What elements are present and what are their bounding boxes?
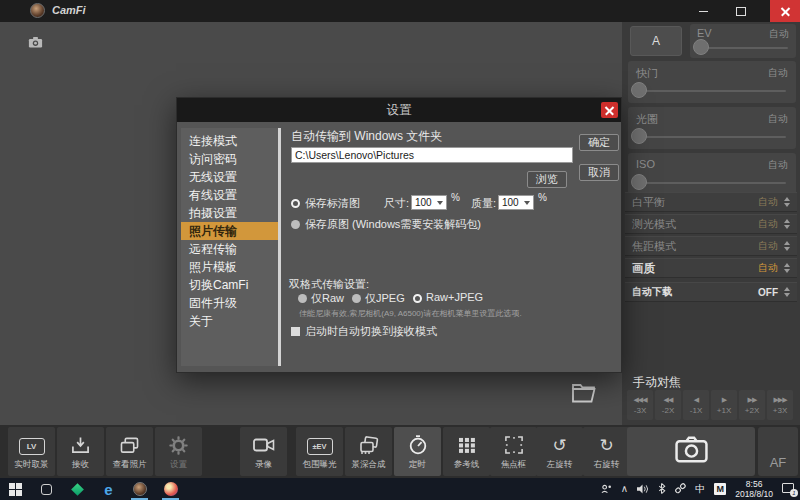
mode-button[interactable]: A: [630, 26, 682, 56]
browse-button[interactable]: 浏览: [527, 171, 567, 188]
raw-jpeg-radio[interactable]: [413, 294, 422, 303]
settings-button[interactable]: 设置: [155, 427, 202, 476]
focus-minus-2x-button[interactable]: ◀◀ -2X: [655, 390, 681, 420]
quality-select[interactable]: 100: [498, 195, 534, 210]
taskbar-clock[interactable]: 8:56 2018/8/10: [735, 479, 773, 499]
shutter-slider-knob[interactable]: [631, 82, 647, 98]
sidebar-item-switch-camfi[interactable]: 切换CamFi: [181, 276, 281, 294]
focus-plus-1x-button[interactable]: ▶ +1X: [711, 390, 737, 420]
folder-path-input[interactable]: [291, 147, 573, 163]
sidebar-item-wired-settings[interactable]: 有线设置: [181, 186, 281, 204]
dialog-header[interactable]: 设置: [177, 98, 621, 122]
size-select[interactable]: 100: [411, 195, 447, 210]
aperture-slider-knob[interactable]: [631, 128, 647, 144]
dialog-content: 自动传输到 Windows 文件夹 确定 取消 浏览 保存标清图 尺寸: 100…: [289, 128, 617, 366]
iso-slider-group: ISO 自动: [628, 153, 796, 195]
metering-mode-select[interactable]: 测光模式 自动: [625, 214, 797, 234]
maximize-button[interactable]: [724, 0, 758, 22]
shutter-release-button[interactable]: [627, 427, 755, 476]
focus-mode-label: 焦距模式: [632, 239, 758, 254]
iso-slider-track[interactable]: [638, 182, 786, 184]
exposure-bracketing-button[interactable]: ±EV 包围曝光: [296, 427, 343, 476]
edge-icon: e: [104, 482, 112, 497]
jpeg-only-radio[interactable]: [352, 294, 361, 303]
minimize-button[interactable]: [686, 0, 720, 22]
volume-icon[interactable]: [637, 480, 649, 498]
focus-plus-2x-button[interactable]: ▶▶ +2X: [739, 390, 765, 420]
link-icon[interactable]: [675, 480, 686, 498]
ev-auto-status: 自动: [769, 27, 789, 41]
auto-download-value: OFF: [758, 287, 778, 298]
sidebar-scrollbar[interactable]: [278, 128, 281, 366]
aperture-slider-track[interactable]: [638, 136, 786, 138]
focus-minus-1x-button[interactable]: ◀ -1X: [683, 390, 709, 420]
focus-mode-select[interactable]: 焦距模式 自动: [625, 236, 797, 256]
raw-only-radio[interactable]: [298, 294, 307, 303]
focus-minus-3x-button[interactable]: ◀◀◀ -3X: [627, 390, 653, 420]
image-quality-select[interactable]: 画质 自动: [625, 258, 797, 278]
dialog-close-button[interactable]: [601, 102, 618, 118]
focus-frame-button[interactable]: 焦点框: [490, 427, 537, 476]
focus-stacking-button[interactable]: 景深合成: [345, 427, 392, 476]
view-photos-button[interactable]: 查看照片: [106, 427, 153, 476]
live-view-button[interactable]: LV 实时取景: [8, 427, 55, 476]
white-balance-select[interactable]: 白平衡 自动: [625, 192, 797, 212]
chevron-up-icon[interactable]: ∧: [621, 484, 628, 494]
rotate-right-button[interactable]: ↻ 右旋转: [583, 427, 630, 476]
save-sd-radio[interactable]: [291, 199, 300, 208]
timer-button[interactable]: 定时: [394, 427, 441, 476]
focus-plus-3x-button[interactable]: ▶▶▶ +3X: [767, 390, 793, 420]
stepper-icon[interactable]: [784, 287, 790, 297]
system-tray: ∧ 中 M 8:56 2018/8/10 1: [601, 479, 800, 499]
sidebar-item-photo-template[interactable]: 照片模板: [181, 258, 281, 276]
ok-button[interactable]: 确定: [579, 134, 619, 151]
stepper-icon[interactable]: [784, 241, 790, 251]
cancel-button[interactable]: 取消: [579, 164, 619, 181]
task-view-button[interactable]: [31, 478, 62, 500]
taskbar-app-diamond[interactable]: [62, 478, 93, 500]
startup-switch-checkbox[interactable]: [291, 327, 300, 336]
stepper-icon[interactable]: [784, 263, 790, 273]
save-original-radio[interactable]: [291, 220, 300, 229]
sidebar-item-remote-transfer[interactable]: 远程传输: [181, 240, 281, 258]
manual-focus-title: 手动对焦: [633, 374, 681, 391]
record-video-button[interactable]: 录像: [240, 427, 287, 476]
sidebar-item-firmware-upgrade[interactable]: 固件升级: [181, 294, 281, 312]
sidebar-item-connection-mode[interactable]: 连接模式: [181, 132, 281, 150]
close-button[interactable]: [770, 0, 800, 22]
start-button[interactable]: [0, 478, 31, 500]
rotate-left-button[interactable]: ↺ 左旋转: [536, 427, 583, 476]
iso-slider-knob[interactable]: [631, 174, 647, 190]
ime-language-indicator[interactable]: 中: [695, 482, 705, 496]
taskbar-app-camfi[interactable]: [124, 478, 155, 500]
notification-center-button[interactable]: 1: [782, 483, 796, 495]
folder-label: 自动传输到 Windows 文件夹: [291, 128, 442, 145]
ev-slider-track[interactable]: [700, 47, 788, 49]
save-sd-label: 保存标清图: [305, 196, 360, 211]
taskbar-app-edge[interactable]: e: [93, 478, 124, 500]
ev-slider-knob[interactable]: [693, 39, 709, 55]
toolbar-button-label: 左旋转: [547, 459, 573, 471]
open-folder-icon[interactable]: [570, 382, 597, 408]
ime-mode-badge[interactable]: M: [714, 483, 726, 495]
sidebar-item-wireless-settings[interactable]: 无线设置: [181, 168, 281, 186]
taskbar-app-2[interactable]: [155, 478, 186, 500]
sidebar-item-photo-transfer[interactable]: 照片传输: [181, 222, 281, 240]
ev-slider-group: EV 自动: [690, 24, 796, 58]
grid-lines-button[interactable]: 参考线: [443, 427, 490, 476]
af-button[interactable]: AF: [758, 427, 798, 476]
sidebar-item-access-password[interactable]: 访问密码: [181, 150, 281, 168]
stepper-icon[interactable]: [784, 197, 790, 207]
forward-1-icon: ▶: [722, 396, 726, 404]
sidebar-item-about[interactable]: 关于: [181, 312, 281, 330]
video-camera-icon: [253, 435, 275, 455]
raw-only-label: 仅Raw: [311, 291, 344, 306]
stepper-icon[interactable]: [784, 219, 790, 229]
auto-download-select[interactable]: 自动下载 OFF: [625, 282, 797, 302]
people-icon[interactable]: [601, 480, 612, 498]
sidebar-item-shooting-settings[interactable]: 拍摄设置: [181, 204, 281, 222]
shutter-slider-track[interactable]: [638, 90, 786, 92]
manual-focus-buttons: ◀◀◀ -3X ◀◀ -2X ◀ -1X ▶ +1X ▶▶ +2X ▶▶▶ +3…: [627, 390, 797, 420]
receive-button[interactable]: 接收: [57, 427, 104, 476]
bluetooth-icon[interactable]: [658, 480, 666, 498]
